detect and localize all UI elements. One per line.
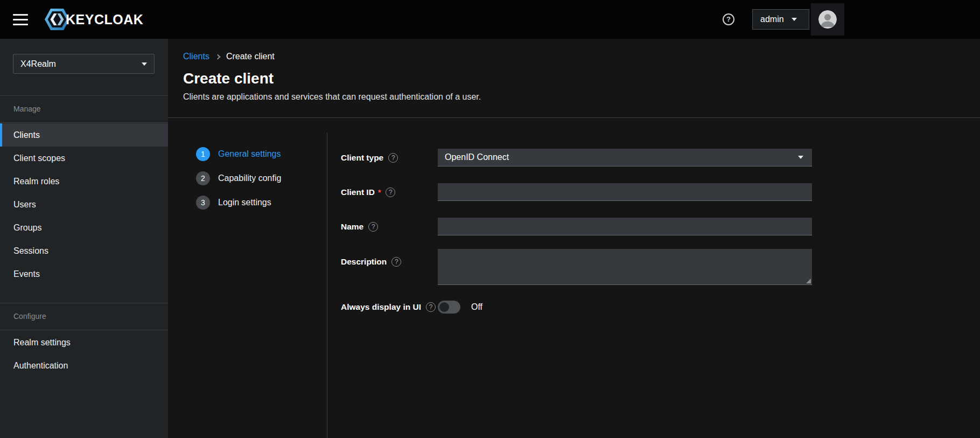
sidebar-group-manage: Manage [13,105,41,113]
avatar[interactable] [818,10,837,29]
wizard-step-login-settings[interactable]: 3 Login settings [196,196,271,210]
realm-selector[interactable]: X4Realm [13,54,155,74]
divider [0,330,168,330]
chevron-down-icon [798,156,803,159]
sidebar-item-authentication[interactable]: Authentication [0,354,168,377]
chevron-right-icon [215,54,220,60]
step-label: Capability config [218,173,281,183]
step-label: Login settings [218,198,271,207]
help-icon[interactable]: ? [368,222,378,232]
description-label: Description ? [341,256,401,267]
help-icon[interactable]: ? [426,302,436,312]
label-text: Always display in UI [341,302,421,312]
breadcrumb-link-clients[interactable]: Clients [183,52,209,61]
user-menu-dropdown[interactable]: admin [752,9,809,30]
page-description: Clients are applications and services th… [183,92,481,102]
name-input[interactable] [438,218,812,235]
sidebar-item-realm-roles[interactable]: Realm roles [0,170,168,193]
required-asterisk: * [378,188,381,197]
page-title: Create client [183,70,274,87]
sidebar-item-realm-settings[interactable]: Realm settings [0,331,168,354]
help-icon[interactable]: ? [723,13,734,25]
step-number-badge: 1 [196,147,210,161]
description-textarea[interactable] [438,249,812,285]
main-content: Clients Create client Create client Clie… [168,39,980,438]
help-icon[interactable]: ? [386,187,395,197]
sidebar-group-configure: Configure [13,312,46,321]
hamburger-menu-icon[interactable] [13,14,28,25]
step-number-badge: 2 [196,171,210,185]
sidebar-item-events[interactable]: Events [0,262,168,286]
divider [0,122,168,123]
label-text: Client ID [341,187,375,197]
wizard-step-capability-config[interactable]: 2 Capability config [196,171,281,185]
label-text: Description [341,257,387,267]
label-text: Client type [341,153,383,163]
toggle-knob [439,302,449,312]
help-icon[interactable]: ? [388,153,398,163]
client-type-select[interactable]: OpenID Connect [438,149,812,166]
sidebar-item-sessions[interactable]: Sessions [0,239,168,262]
wizard-divider [327,133,327,438]
client-type-label: Client type ? [341,152,398,163]
avatar-zone [811,3,844,36]
divider [168,117,980,118]
breadcrumb: Clients Create client [183,52,275,61]
client-type-selected-value: OpenID Connect [445,152,509,162]
sidebar-item-client-scopes[interactable]: Client scopes [0,147,168,170]
user-avatar-icon [818,10,837,29]
client-id-input[interactable] [438,183,812,201]
always-display-label: Always display in UI ? [341,302,436,312]
breadcrumb-current: Create client [226,52,275,61]
keycloak-logo[interactable]: KEYCLOAK [44,8,143,31]
sidebar-item-users[interactable]: Users [0,193,168,216]
chevron-down-icon [792,18,797,21]
client-id-label: Client ID * ? [341,187,395,198]
sidebar: X4Realm Manage Clients Client scopes Rea… [0,39,168,438]
label-text: Name [341,222,363,232]
user-menu-label: admin [760,15,784,24]
sidebar-item-clients[interactable]: Clients [0,123,168,147]
divider [0,303,168,303]
toggle-state-label: Off [471,302,482,312]
app-header: KEYCLOAK ? admin [0,0,980,39]
brand-text: KEYCLOAK [66,12,143,27]
sidebar-item-groups[interactable]: Groups [0,216,168,239]
chevron-down-icon [142,62,147,66]
always-display-toggle[interactable] [438,301,460,314]
help-icon[interactable]: ? [391,257,401,267]
realm-selector-value: X4Realm [20,59,56,69]
step-number-badge: 3 [196,196,210,210]
resize-handle[interactable] [806,279,811,283]
name-label: Name ? [341,221,378,232]
step-label: General settings [218,149,281,159]
wizard-step-general-settings[interactable]: 1 General settings [196,147,281,161]
divider [0,95,168,96]
